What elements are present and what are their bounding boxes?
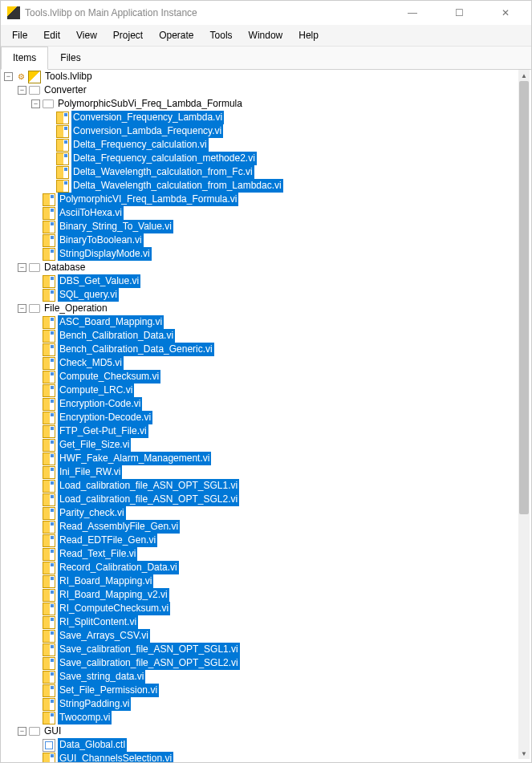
- tree-item-label[interactable]: Save_string_data.vi: [58, 670, 145, 684]
- tree-item[interactable]: Save_calibration_file_ASN_OPT_SGL2.vi: [4, 656, 517, 670]
- tree-item-label[interactable]: Get_File_Size.vi: [58, 438, 131, 452]
- tree-item[interactable]: −PolymorphicSubVi_Freq_Lambda_Formula: [4, 97, 517, 111]
- tree-item-label[interactable]: RI_Board_Mapping.vi: [58, 574, 153, 588]
- minimize-button[interactable]: —: [396, 2, 428, 24]
- tree-item[interactable]: StringPadding.vi: [4, 697, 517, 711]
- tree-item[interactable]: Delta_Frequency_calculation.vi: [4, 138, 517, 152]
- tree-item[interactable]: −Converter: [4, 83, 517, 97]
- tree-item-label[interactable]: Encryption-Decode.vi: [58, 411, 152, 424]
- tree-item[interactable]: −Database: [4, 261, 517, 274]
- tree-item-label[interactable]: StringDisplayMode.vi: [58, 247, 152, 261]
- tree-item-label[interactable]: AsciiToHexa.vi: [58, 206, 124, 220]
- tree-item[interactable]: Encryption-Decode.vi: [4, 411, 517, 424]
- tree-item-label[interactable]: Save_calibration_file_ASN_OPT_SGL2.vi: [58, 656, 240, 670]
- tree-item-label[interactable]: RI_ComputeChecksum.vi: [58, 602, 170, 615]
- tree-item-label[interactable]: FTP_Get-Put_File.vi: [58, 424, 148, 438]
- tree-root-label[interactable]: Tools.lvlibp: [43, 70, 94, 83]
- tree-item[interactable]: Read_AssemblyFile_Gen.vi: [4, 520, 517, 534]
- tree-item[interactable]: Load_calibration_file_ASN_OPT_SGL2.vi: [4, 493, 517, 506]
- tree-item-label[interactable]: Compute_Checksum.vi: [58, 370, 160, 384]
- tree-item-label[interactable]: SQL_query.vi: [58, 288, 119, 302]
- tree-item[interactable]: Check_MD5.vi: [4, 356, 517, 370]
- tree-item-label[interactable]: BinaryToBoolean.vi: [58, 233, 144, 247]
- tree-item[interactable]: StringDisplayMode.vi: [4, 247, 517, 261]
- tree-item-label[interactable]: StringPadding.vi: [58, 697, 131, 711]
- tree-item-label[interactable]: Delta_Wavelength_calculation_from_Fc.vi: [71, 165, 254, 179]
- tree-item[interactable]: Delta_Frequency_calculation_methode2.vi: [4, 152, 517, 165]
- tree-item[interactable]: Read_EDTFile_Gen.vi: [4, 534, 517, 547]
- tree-item-label[interactable]: Conversion_Frequency_Lambda.vi: [71, 111, 224, 124]
- tree-item-label[interactable]: Delta_Frequency_calculation_methode2.vi: [71, 152, 257, 165]
- tree-item[interactable]: Data_Global.ctl: [4, 738, 517, 752]
- tree-item[interactable]: Compute_LRC.vi: [4, 384, 517, 397]
- menu-edit[interactable]: Edit: [35, 26, 68, 44]
- scroll-up-icon[interactable]: ▲: [518, 70, 530, 81]
- tree-item[interactable]: Twocomp.vi: [4, 711, 517, 724]
- tree-item[interactable]: Set_File_Permission.vi: [4, 684, 517, 697]
- tree-item[interactable]: RI_SplitContent.vi: [4, 615, 517, 629]
- tree-item-label[interactable]: Read_Text_File.vi: [58, 547, 137, 561]
- tree-item[interactable]: Binary_String_To_Value.vi: [4, 220, 517, 233]
- scrollbar-vertical[interactable]: ▲ ▼: [518, 70, 530, 759]
- tree-item[interactable]: Load_calibration_file_ASN_OPT_SGL1.vi: [4, 479, 517, 493]
- collapse-icon[interactable]: −: [4, 72, 13, 81]
- tree-item-label[interactable]: Encryption-Code.vi: [58, 397, 142, 411]
- tree-item[interactable]: Encryption-Code.vi: [4, 397, 517, 411]
- tree-item-label[interactable]: File_Operation: [43, 302, 109, 315]
- tree-item[interactable]: Read_Text_File.vi: [4, 547, 517, 561]
- menu-operate[interactable]: Operate: [151, 26, 201, 44]
- tree-item-label[interactable]: ASC_Board_Mapping.vi: [58, 315, 164, 329]
- scroll-down-icon[interactable]: ▼: [518, 748, 530, 759]
- tree-item-label[interactable]: Save_calibration_file_ASN_OPT_SGL1.vi: [58, 643, 240, 656]
- tree-item-label[interactable]: Load_calibration_file_ASN_OPT_SGL1.vi: [58, 479, 239, 493]
- tree-item-label[interactable]: GUI: [43, 724, 63, 738]
- tree-item[interactable]: Compute_Checksum.vi: [4, 370, 517, 384]
- tree-item-label[interactable]: Data_Global.ctl: [58, 738, 127, 752]
- tree-item[interactable]: PolymorphicVI_Freq_Lambda_Formula.vi: [4, 193, 517, 206]
- tree-item[interactable]: DBS_Get_Value.vi: [4, 274, 517, 288]
- tree-item[interactable]: Bench_Calibration_Data.vi: [4, 329, 517, 343]
- tree-item[interactable]: Get_File_Size.vi: [4, 438, 517, 452]
- tree-item[interactable]: BinaryToBoolean.vi: [4, 233, 517, 247]
- tree-item[interactable]: Bench_Calibration_Data_Generic.vi: [4, 343, 517, 356]
- tree-item-label[interactable]: Record_Calibration_Data.vi: [58, 561, 179, 574]
- tree-item[interactable]: ASC_Board_Mapping.vi: [4, 315, 517, 329]
- tree-item-label[interactable]: Binary_String_To_Value.vi: [58, 220, 173, 233]
- tree-root[interactable]: −⚙Tools.lvlibp: [4, 70, 517, 83]
- tree-item[interactable]: Conversion_Frequency_Lambda.vi: [4, 111, 517, 124]
- tree-item[interactable]: Save_calibration_file_ASN_OPT_SGL1.vi: [4, 643, 517, 656]
- tree-item-label[interactable]: Bench_Calibration_Data.vi: [58, 329, 175, 343]
- collapse-icon[interactable]: −: [18, 263, 26, 272]
- tree-item[interactable]: RI_ComputeChecksum.vi: [4, 602, 517, 615]
- tree-item-label[interactable]: Save_Arrays_CSV.vi: [58, 629, 150, 643]
- tab-files[interactable]: Files: [48, 47, 92, 69]
- scrollbar-thumb[interactable]: [519, 81, 529, 514]
- menu-project[interactable]: Project: [105, 26, 151, 44]
- tree-item-label[interactable]: Ini_File_RW.vi: [58, 465, 122, 479]
- tree-item-label[interactable]: Set_File_Permission.vi: [58, 684, 159, 697]
- collapse-icon[interactable]: −: [18, 304, 26, 313]
- close-button[interactable]: ✕: [489, 2, 522, 24]
- tree-item-label[interactable]: Compute_LRC.vi: [58, 384, 134, 397]
- tree-item-label[interactable]: PolymorphicVI_Freq_Lambda_Formula.vi: [58, 193, 238, 206]
- tree-item[interactable]: −GUI: [4, 724, 517, 738]
- menu-file[interactable]: File: [4, 26, 35, 44]
- tree-item-label[interactable]: Converter: [43, 83, 88, 97]
- project-tree[interactable]: −⚙Tools.lvlibp−Converter−PolymorphicSubV…: [4, 70, 517, 762]
- tree-item-label[interactable]: PolymorphicSubVi_Freq_Lambda_Formula: [56, 97, 244, 111]
- collapse-icon[interactable]: −: [31, 99, 40, 108]
- tree-item[interactable]: Delta_Wavelength_calculation_from_Lambda…: [4, 179, 517, 193]
- collapse-icon[interactable]: −: [18, 86, 26, 95]
- tree-item[interactable]: −File_Operation: [4, 302, 517, 315]
- tree-item[interactable]: GUI_ChannelsSelection.vi: [4, 752, 517, 762]
- tree-item[interactable]: Save_string_data.vi: [4, 670, 517, 684]
- tree-item-label[interactable]: Read_EDTFile_Gen.vi: [58, 534, 157, 547]
- tree-item-label[interactable]: DBS_Get_Value.vi: [58, 274, 140, 288]
- tree-item-label[interactable]: Twocomp.vi: [58, 711, 112, 724]
- tree-item-label[interactable]: Delta_Frequency_calculation.vi: [71, 138, 209, 152]
- menu-view[interactable]: View: [68, 26, 105, 44]
- tree-item-label[interactable]: RI_Board_Mapping_v2.vi: [58, 588, 169, 602]
- tree-item[interactable]: FTP_Get-Put_File.vi: [4, 424, 517, 438]
- tree-item[interactable]: Save_Arrays_CSV.vi: [4, 629, 517, 643]
- tree-item[interactable]: HWF_Fake_Alarm_Management.vi: [4, 452, 517, 465]
